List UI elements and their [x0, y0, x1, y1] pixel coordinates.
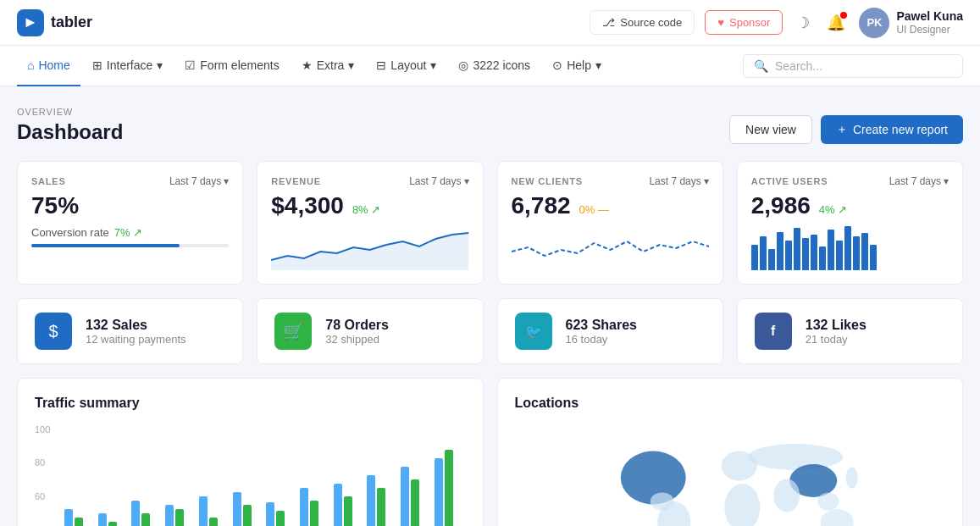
main-content: OVERVIEW Dashboard New view ＋ Create new…: [0, 86, 980, 526]
sales-label: SALES: [31, 176, 66, 186]
revenue-label: REVENUE: [271, 176, 321, 186]
info-cards-row: $ 132 Sales 12 waiting payments 🛒 78 Ord…: [17, 298, 963, 364]
clients-label: NEW CLIENTS: [512, 176, 583, 186]
svg-point-8: [817, 493, 839, 511]
search-placeholder: Search...: [775, 59, 822, 73]
chevron-icon: ▾: [944, 175, 949, 187]
sales-period[interactable]: Last 7 days ▾: [169, 175, 229, 187]
chevron-down-icon: ▾: [157, 58, 163, 72]
nav-help[interactable]: ⊙ Help ▾: [542, 46, 612, 86]
users-chart: [751, 226, 949, 270]
search-bar[interactable]: 🔍 Search...: [743, 54, 963, 78]
logo-icon: ►: [17, 9, 44, 36]
sales-value: 75%: [31, 192, 229, 219]
traffic-card: Traffic summary 100 80 60 40: [17, 378, 484, 526]
revenue-period[interactable]: Last 7 days ▾: [409, 175, 468, 187]
sales-progress-fill: [31, 244, 180, 247]
overview-label: OVERVIEW: [17, 107, 123, 117]
create-report-button[interactable]: ＋ Create new report: [821, 115, 963, 144]
avatar: PK: [859, 8, 889, 38]
shares-title: 623 Shares: [566, 318, 638, 333]
nav-home[interactable]: ⌂ Home: [17, 46, 80, 86]
page-title: Dashboard: [17, 120, 123, 144]
svg-point-7: [773, 479, 800, 512]
stat-card-clients: NEW CLIENTS Last 7 days ▾ 6,782 0% —: [497, 161, 723, 285]
info-card-orders: 🛒 78 Orders 32 shipped: [257, 298, 483, 364]
plus-icon: ＋: [836, 122, 848, 137]
info-card-sales: $ 132 Sales 12 waiting payments: [17, 298, 243, 364]
orders-title: 78 Orders: [325, 318, 389, 333]
users-value: 2,986 4% ↗: [751, 192, 949, 219]
revenue-badge: 8% ↗: [352, 203, 380, 216]
likes-icon: f: [755, 313, 792, 350]
orders-sub-info: 32 shipped: [325, 333, 389, 346]
chevron-down-icon-extra: ▾: [348, 58, 354, 72]
chart-bars: [64, 424, 466, 526]
app-logo[interactable]: ► tabler: [17, 9, 92, 36]
svg-point-9: [820, 509, 853, 526]
source-code-button[interactable]: ⎇ Source code: [590, 10, 695, 35]
users-badge: 4% ↗: [819, 203, 847, 216]
chevron-down-icon-layout: ▾: [430, 58, 436, 72]
nav-extra[interactable]: ★ Extra ▾: [291, 46, 365, 86]
user-avatar-wrap[interactable]: PK Pawel Kuna UI Designer: [859, 8, 963, 38]
notification-dot: [840, 12, 847, 19]
chart-y-labels: 100 80 60 40: [35, 424, 60, 526]
heart-icon: ♥: [717, 16, 724, 29]
nav-icons[interactable]: ◎ 3222 icons: [448, 46, 540, 86]
svg-point-5: [748, 444, 843, 470]
stat-cards-row: SALES Last 7 days ▾ 75% Conversion rate …: [17, 161, 963, 285]
likes-title: 132 Likes: [806, 318, 866, 333]
nav-layout[interactable]: ⊟ Layout ▾: [366, 46, 446, 86]
dark-mode-button[interactable]: ☽: [793, 10, 813, 36]
sales-sub: Conversion rate 7% ↗: [31, 226, 229, 239]
revenue-chart: [271, 226, 468, 270]
shares-sub-info: 16 today: [566, 333, 638, 346]
layout-icon: ⊟: [376, 58, 386, 72]
chevron-icon: ▾: [464, 175, 469, 187]
traffic-chart: 100 80 60 40: [35, 424, 466, 526]
orders-icon: 🛒: [274, 313, 312, 350]
clients-period[interactable]: Last 7 days ▾: [649, 175, 708, 187]
clients-badge: 0% —: [579, 203, 609, 216]
chevron-icon: ▾: [224, 175, 229, 187]
form-icon: ☑: [185, 58, 196, 72]
likes-sub-info: 21 today: [806, 333, 866, 346]
traffic-title: Traffic summary: [35, 396, 466, 411]
stat-card-users: ACTIVE USERS Last 7 days ▾ 2,986 4% ↗: [737, 161, 963, 285]
sales-badge: 7% ↗: [114, 226, 142, 239]
nav-interface[interactable]: ⊞ Interface ▾: [82, 46, 173, 86]
clients-value: 6,782 0% —: [512, 192, 709, 219]
map-placeholder: [515, 424, 946, 526]
source-code-icon: ⎇: [602, 16, 615, 29]
sales-icon: $: [35, 313, 72, 350]
nav-form-elements[interactable]: ☑ Form elements: [174, 46, 289, 86]
stat-card-sales: SALES Last 7 days ▾ 75% Conversion rate …: [17, 161, 243, 285]
page-title-wrap: OVERVIEW Dashboard: [17, 107, 123, 144]
new-view-button[interactable]: New view: [729, 115, 812, 144]
sponsor-button[interactable]: ♥ Sponsor: [705, 10, 783, 35]
header-actions: New view ＋ Create new report: [729, 115, 963, 144]
users-label: ACTIVE USERS: [751, 176, 828, 186]
bottom-row: Traffic summary 100 80 60 40: [17, 378, 963, 526]
app-name: tabler: [51, 14, 92, 31]
notifications-button[interactable]: 🔔: [823, 10, 849, 36]
user-name: Pawel Kuna: [896, 8, 963, 24]
user-role: UI Designer: [896, 24, 963, 37]
search-icon: 🔍: [754, 59, 768, 73]
clients-chart: [512, 226, 709, 270]
locations-title: Locations: [515, 396, 946, 411]
icons-icon: ◎: [458, 58, 468, 72]
page-header: OVERVIEW Dashboard New view ＋ Create new…: [17, 107, 963, 144]
svg-point-10: [845, 467, 857, 488]
info-card-shares: 🐦 623 Shares 16 today: [497, 298, 723, 364]
sales-sub-info: 12 waiting payments: [86, 333, 186, 346]
stat-card-revenue: REVENUE Last 7 days ▾ $4,300 8% ↗: [257, 161, 483, 285]
users-period[interactable]: Last 7 days ▾: [889, 175, 949, 187]
interface-icon: ⊞: [92, 58, 102, 72]
star-icon: ★: [302, 58, 313, 72]
home-icon: ⌂: [27, 58, 34, 72]
chevron-icon: ▾: [704, 175, 709, 187]
topbar: ► tabler ⎇ Source code ♥ Sponsor ☽ 🔔 PK …: [0, 0, 980, 46]
world-map: [515, 424, 946, 526]
